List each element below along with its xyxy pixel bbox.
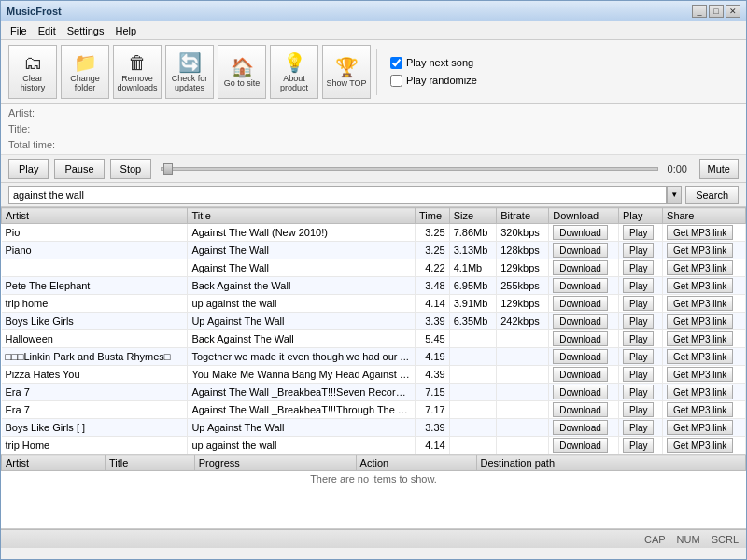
- get-mp3-link-button[interactable]: Get MP3 link: [667, 367, 733, 382]
- mute-button[interactable]: Mute: [699, 159, 739, 179]
- pause-button[interactable]: Pause: [54, 159, 104, 179]
- cell-download: Download: [549, 348, 619, 366]
- download-button[interactable]: Download: [553, 420, 607, 435]
- menu-edit[interactable]: Edit: [33, 23, 62, 38]
- col-download[interactable]: Download: [549, 208, 619, 224]
- remove-downloads-button[interactable]: 🗑 Remove downloads: [113, 45, 162, 99]
- row-play-button[interactable]: Play: [623, 243, 654, 258]
- cell-share: Get MP3 link: [663, 366, 746, 384]
- download-button[interactable]: Download: [553, 349, 607, 364]
- col-title[interactable]: Title: [188, 208, 416, 224]
- download-button[interactable]: Download: [553, 438, 607, 453]
- play-random-checkbox[interactable]: [390, 75, 402, 87]
- download-button[interactable]: Download: [553, 243, 607, 258]
- col-bitrate[interactable]: Bitrate: [497, 208, 549, 224]
- get-mp3-link-button[interactable]: Get MP3 link: [667, 385, 733, 399]
- progress-track[interactable]: [161, 167, 657, 171]
- progress-thumb[interactable]: [163, 163, 173, 175]
- row-play-button[interactable]: Play: [623, 420, 654, 435]
- col-play[interactable]: Play: [619, 208, 663, 224]
- cell-title: Against The Wall: [188, 259, 416, 277]
- minimize-button[interactable]: _: [692, 5, 707, 18]
- get-mp3-link-button[interactable]: Get MP3 link: [667, 314, 733, 329]
- table-row: Era 7Against The Wall _BreakbeaT!!!Seven…: [2, 384, 746, 401]
- col-time[interactable]: Time: [416, 208, 450, 224]
- row-play-button[interactable]: Play: [623, 349, 654, 364]
- cell-time: 3.48: [416, 277, 450, 295]
- get-mp3-link-button[interactable]: Get MP3 link: [667, 331, 733, 346]
- row-play-button[interactable]: Play: [623, 260, 654, 275]
- play-next-check[interactable]: Play next song: [390, 57, 477, 69]
- get-mp3-link-button[interactable]: Get MP3 link: [667, 260, 733, 275]
- col-size[interactable]: Size: [449, 208, 497, 224]
- search-input[interactable]: [8, 186, 667, 204]
- cell-share: Get MP3 link: [663, 242, 746, 259]
- download-button[interactable]: Download: [553, 260, 607, 275]
- play-button[interactable]: Play: [8, 159, 49, 179]
- download-button[interactable]: Download: [553, 225, 607, 240]
- cell-share: Get MP3 link: [663, 313, 746, 330]
- get-mp3-link-button[interactable]: Get MP3 link: [667, 225, 733, 240]
- cell-artist: Piano: [2, 242, 188, 259]
- download-button[interactable]: Download: [553, 367, 607, 382]
- download-button[interactable]: Download: [553, 402, 607, 417]
- cell-bitrate: [497, 330, 549, 348]
- download-button[interactable]: Download: [553, 385, 607, 399]
- play-random-check[interactable]: Play randomize: [390, 75, 477, 87]
- row-play-button[interactable]: Play: [623, 331, 654, 346]
- col-artist[interactable]: Artist: [2, 208, 188, 224]
- get-mp3-link-button[interactable]: Get MP3 link: [667, 243, 733, 258]
- row-play-button[interactable]: Play: [623, 314, 654, 329]
- cell-bitrate: 320kbps: [497, 224, 549, 242]
- stop-button[interactable]: Stop: [110, 159, 152, 179]
- play-next-label: Play next song: [406, 57, 473, 68]
- col-share[interactable]: Share: [663, 208, 746, 224]
- menu-settings[interactable]: Settings: [62, 23, 110, 38]
- get-mp3-link-button[interactable]: Get MP3 link: [667, 278, 733, 293]
- row-play-button[interactable]: Play: [623, 438, 654, 453]
- get-mp3-link-button[interactable]: Get MP3 link: [667, 420, 733, 435]
- row-play-button[interactable]: Play: [623, 296, 654, 311]
- change-folder-button[interactable]: 📁 Change folder: [61, 45, 109, 99]
- row-play-button[interactable]: Play: [623, 367, 654, 382]
- queue-col-artist[interactable]: Artist: [2, 455, 106, 471]
- about-product-button[interactable]: 💡 About product: [270, 45, 318, 99]
- maximize-button[interactable]: □: [709, 5, 724, 18]
- menu-help[interactable]: Help: [109, 23, 142, 38]
- get-mp3-link-button[interactable]: Get MP3 link: [667, 438, 733, 453]
- row-play-button[interactable]: Play: [623, 278, 654, 293]
- check-updates-button[interactable]: 🔄 Check for updates: [165, 45, 214, 99]
- cell-time: 4.19: [416, 348, 450, 366]
- cell-artist: [2, 259, 188, 277]
- row-play-button[interactable]: Play: [623, 402, 654, 417]
- cell-share: Get MP3 link: [663, 330, 746, 348]
- results-area[interactable]: Artist Title Time Size Bitrate Download …: [1, 207, 746, 455]
- row-play-button[interactable]: Play: [623, 385, 654, 399]
- queue-col-progress[interactable]: Progress: [194, 455, 356, 471]
- search-dropdown-arrow[interactable]: ▼: [667, 186, 682, 204]
- download-button[interactable]: Download: [553, 296, 607, 311]
- download-button[interactable]: Download: [553, 314, 607, 329]
- queue-col-action[interactable]: Action: [356, 455, 476, 471]
- queue-col-dest[interactable]: Destination path: [476, 455, 745, 471]
- menu-file[interactable]: File: [5, 23, 33, 38]
- show-top-button[interactable]: 🏆 Show TOP: [322, 45, 371, 99]
- cell-bitrate: [497, 419, 549, 437]
- search-button[interactable]: Search: [685, 186, 739, 204]
- get-mp3-link-button[interactable]: Get MP3 link: [667, 296, 733, 311]
- cell-size: [449, 437, 497, 455]
- row-play-button[interactable]: Play: [623, 225, 654, 240]
- get-mp3-link-button[interactable]: Get MP3 link: [667, 349, 733, 364]
- go-to-site-button[interactable]: 🏠 Go to site: [218, 45, 266, 99]
- download-button[interactable]: Download: [553, 331, 607, 346]
- get-mp3-link-button[interactable]: Get MP3 link: [667, 402, 733, 417]
- close-button[interactable]: ✕: [726, 5, 740, 18]
- statusbar: CAP NUM SCRL: [1, 529, 746, 548]
- cell-download: Download: [549, 401, 619, 419]
- clear-history-button[interactable]: 🗂 Clear history: [8, 45, 57, 99]
- queue-col-title[interactable]: Title: [106, 455, 195, 471]
- cell-time: 5.45: [416, 330, 450, 348]
- download-button[interactable]: Download: [553, 278, 607, 293]
- cell-download: Download: [549, 419, 619, 437]
- play-next-checkbox[interactable]: [390, 57, 402, 69]
